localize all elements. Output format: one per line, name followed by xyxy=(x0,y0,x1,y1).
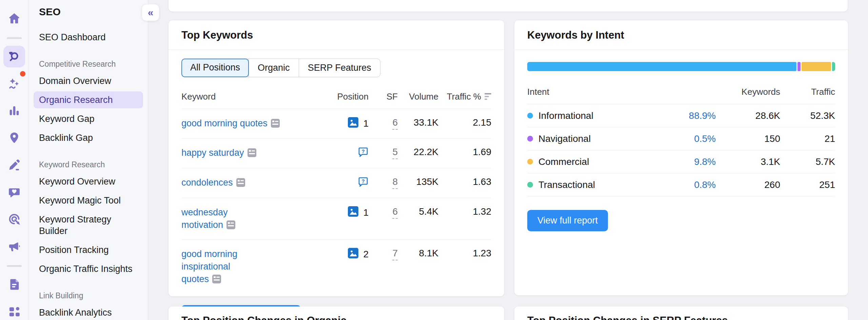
sidebar: SEO SEO Dashboard Competitive Research D… xyxy=(29,0,148,320)
sidebar-collapse-button[interactable]: « xyxy=(142,4,159,21)
intent-bar-navigational[interactable] xyxy=(797,62,801,71)
view-full-report-button[interactable]: View full report xyxy=(527,210,608,231)
top-keywords-table: Keyword Position SF Volume Traffic % goo… xyxy=(181,87,491,294)
reports-icon[interactable] xyxy=(3,274,25,295)
image-pack-icon xyxy=(348,206,358,219)
local-marketing-icon[interactable] xyxy=(3,127,25,149)
sidebar-item-keyword-magic-tool[interactable]: Keyword Magic Tool xyxy=(29,191,148,210)
column-traffic: Traffic xyxy=(780,87,835,97)
serp-snapshot-icon[interactable] xyxy=(271,119,280,129)
icon-rail xyxy=(0,0,28,320)
intent-bar-transactional[interactable] xyxy=(832,62,835,71)
advertising-icon[interactable] xyxy=(3,208,25,230)
keyword-link[interactable]: good morning quotes xyxy=(181,118,268,128)
social-media-icon[interactable] xyxy=(3,181,25,203)
rail-divider xyxy=(7,265,22,267)
sidebar-section-link-building: Link Building xyxy=(29,288,148,303)
analytics-icon[interactable] xyxy=(3,100,25,122)
intent-label: Informational xyxy=(538,110,593,121)
seo-tools-icon[interactable] xyxy=(3,46,25,67)
column-volume: Volume xyxy=(398,91,438,102)
sidebar-item-organic-research[interactable]: Organic Research xyxy=(34,91,143,108)
intent-keywords-value: 150 xyxy=(716,133,780,144)
traffic-value: 1.69 xyxy=(438,147,491,157)
ai-features-icon[interactable] xyxy=(3,73,25,94)
sidebar-item-domain-overview[interactable]: Domain Overview xyxy=(29,71,148,90)
volume-value: 33.1K xyxy=(398,117,438,128)
svg-text:?: ? xyxy=(361,148,364,154)
serp-snapshot-icon[interactable] xyxy=(248,148,256,158)
sf-value[interactable]: 6 xyxy=(392,206,398,219)
column-intent: Intent xyxy=(527,87,665,97)
intent-distribution-bar xyxy=(527,62,835,71)
informational-dot-icon xyxy=(527,113,533,119)
intent-percent-link[interactable]: 88.9% xyxy=(665,110,716,121)
sidebar-item-keyword-overview[interactable]: Keyword Overview xyxy=(29,172,148,191)
sidebar-item-organic-traffic-insights[interactable]: Organic Traffic Insights xyxy=(29,259,148,278)
app-center-icon[interactable] xyxy=(3,301,25,320)
intent-row: Transactional 0.8% 260 251 xyxy=(527,173,835,196)
sidebar-item-backlink-analytics[interactable]: Backlink Analytics xyxy=(29,303,148,320)
table-row: happy saturday ? 5 22.2K 1.69 xyxy=(181,138,491,168)
intent-percent-link[interactable]: 0.5% xyxy=(665,133,716,144)
tab-all-positions[interactable]: All Positions xyxy=(181,59,249,77)
intent-keywords-value: 28.6K xyxy=(716,110,780,121)
keyword-link[interactable]: happy saturday xyxy=(181,148,244,158)
intent-row: Commercial 9.8% 3.1K 5.7K xyxy=(527,150,835,173)
sidebar-item-seo-dashboard[interactable]: SEO Dashboard xyxy=(29,28,148,47)
people-also-ask-icon: ? xyxy=(358,147,369,160)
notification-badge xyxy=(19,70,26,78)
promotion-icon[interactable] xyxy=(3,235,25,257)
keywords-by-intent-card: Keywords by Intent Intent Keywords Traff… xyxy=(514,20,848,295)
position-value: 2 xyxy=(363,249,369,260)
intent-keywords-value: 260 xyxy=(716,179,780,190)
intent-percent-link[interactable]: 9.8% xyxy=(665,156,716,167)
intent-header-row: Intent Keywords Traffic xyxy=(527,85,835,104)
table-row: good morning quotes 1 6 33.1K 2.15 xyxy=(181,109,491,138)
column-traffic: Traffic % xyxy=(447,91,481,102)
volume-value: 22.2K xyxy=(398,147,438,157)
intent-row: Navigational 0.5% 150 21 xyxy=(527,127,835,150)
keyword-link[interactable]: good morning inspirational quotes xyxy=(181,249,237,284)
sidebar-item-keyword-strategy-builder[interactable]: Keyword Strategy Builder xyxy=(29,210,131,240)
transactional-dot-icon xyxy=(527,182,533,188)
tab-serp-features[interactable]: SERP Features xyxy=(299,59,380,77)
serp-snapshot-icon[interactable] xyxy=(212,275,221,285)
serp-snapshot-icon[interactable] xyxy=(226,220,235,231)
sidebar-item-position-tracking[interactable]: Position Tracking xyxy=(29,240,148,259)
intent-bar-informational[interactable] xyxy=(527,62,796,71)
intent-traffic-value: 52.3K xyxy=(780,110,835,121)
sf-value[interactable]: 6 xyxy=(392,117,398,130)
position-value: 1 xyxy=(363,118,369,129)
keyword-link[interactable]: condolences xyxy=(181,177,233,188)
home-icon[interactable] xyxy=(3,7,25,29)
sf-value[interactable]: 8 xyxy=(392,176,398,189)
sidebar-title: SEO xyxy=(29,0,148,18)
traffic-value: 1.23 xyxy=(438,248,491,259)
table-row: condolences ? 8 135K 1.63 xyxy=(181,168,491,198)
intent-label: Navigational xyxy=(538,133,591,144)
sf-value[interactable]: 5 xyxy=(392,147,398,159)
content-marketing-icon[interactable] xyxy=(3,154,25,176)
image-pack-icon xyxy=(348,248,358,261)
intent-label: Transactional xyxy=(538,179,595,190)
traffic-value: 2.15 xyxy=(438,117,491,128)
image-pack-icon xyxy=(348,117,358,130)
intent-bar-commercial[interactable] xyxy=(802,62,831,71)
serp-snapshot-icon[interactable] xyxy=(236,178,245,188)
sidebar-item-backlink-gap[interactable]: Backlink Gap xyxy=(29,128,148,147)
column-keywords: Keywords xyxy=(716,87,780,97)
top-position-changes-serp-title: Top Position Changes in SERP Features xyxy=(527,315,835,320)
intent-keywords-value: 3.1K xyxy=(716,156,780,167)
sort-descending-icon[interactable] xyxy=(485,93,491,101)
intent-percent-link[interactable]: 0.8% xyxy=(665,179,716,190)
sf-value[interactable]: 7 xyxy=(392,248,398,260)
main-content: Top Keywords All Positions Organic SERP … xyxy=(148,0,868,320)
top-position-changes-organic-card: Top Position Changes in Organic xyxy=(169,306,504,320)
tab-organic[interactable]: Organic xyxy=(249,59,299,77)
intent-traffic-value: 251 xyxy=(780,179,835,190)
keyword-link[interactable]: wednesday motivation xyxy=(181,207,228,230)
position-filter-tabs: All Positions Organic SERP Features xyxy=(181,59,380,77)
sidebar-item-keyword-gap[interactable]: Keyword Gap xyxy=(29,109,148,128)
chevron-double-left-icon: « xyxy=(148,7,154,18)
